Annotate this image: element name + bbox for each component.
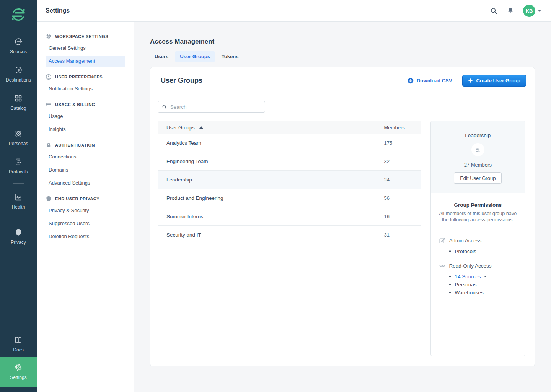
sidebar-item-docs[interactable]: Docs bbox=[0, 335, 37, 353]
section-header: USAGE & BILLING bbox=[46, 101, 134, 108]
create-user-group-button[interactable]: Create User Group bbox=[462, 75, 526, 87]
permission-label: Personas bbox=[455, 282, 477, 287]
sidebar-item-label: Health bbox=[12, 204, 25, 210]
primary-sidebar: Sources Destinations Catalog bbox=[0, 0, 37, 392]
sidebar-item-advanced-settings[interactable]: Advanced Settings bbox=[46, 177, 125, 189]
chevron-down-icon bbox=[538, 10, 541, 12]
sidebar-item-health[interactable]: Health bbox=[0, 193, 37, 210]
sidebar-item-privacy-security[interactable]: Privacy & Security bbox=[46, 205, 125, 216]
sidebar-divider bbox=[13, 183, 24, 184]
sidebar-item-suppressed-users[interactable]: Suppressed Users bbox=[46, 218, 125, 229]
group-members-count: 24 bbox=[384, 177, 421, 183]
sidebar-item-insights[interactable]: Insights bbox=[46, 124, 125, 135]
search-input[interactable] bbox=[170, 104, 261, 110]
table-header-row: User Groups Members bbox=[158, 121, 421, 134]
panel-summary: Leadership 27 Members bbox=[431, 121, 525, 193]
sidebar-divider bbox=[13, 120, 24, 120]
sidebar-item-label: Docs bbox=[13, 347, 23, 353]
nav-section-usage-billing: USAGE & BILLING Usage Insights bbox=[46, 101, 134, 135]
section-title: AUTHENTICATION bbox=[55, 143, 95, 147]
card-body: User Groups Members Analytics Team 175 bbox=[150, 94, 535, 366]
header-title: Settings bbox=[46, 7, 70, 14]
sidebar-item-notification-settings[interactable]: Notification Settings bbox=[46, 83, 125, 95]
group-name: Leadership bbox=[166, 177, 384, 183]
nav-section-authentication: AUTHENTICATION Connections Domains Advan… bbox=[46, 142, 134, 189]
create-user-group-label: Create User Group bbox=[476, 78, 520, 83]
app-root: Sources Destinations Catalog bbox=[0, 0, 551, 392]
tab-users[interactable]: Users bbox=[150, 51, 173, 62]
sidebar-item-connections[interactable]: Connections bbox=[46, 151, 125, 163]
table-row[interactable]: Engineering Team 32 bbox=[158, 152, 421, 171]
table-row[interactable]: Product and Engineering 56 bbox=[158, 189, 421, 207]
table-row[interactable]: Analytics Team 175 bbox=[158, 134, 421, 152]
sidebar-item-catalog[interactable]: Catalog bbox=[0, 94, 37, 111]
sidebar-item-label: Settings bbox=[10, 375, 26, 380]
tab-tokens[interactable]: Tokens bbox=[217, 51, 243, 62]
section-header: USER PREFERENCES bbox=[46, 74, 134, 80]
panel-permissions: Group Permissions All members of this us… bbox=[431, 193, 525, 307]
table-column: User Groups Members Analytics Team 175 bbox=[158, 101, 421, 356]
permission-item: 14 Sources bbox=[449, 273, 517, 281]
column-header-user-groups[interactable]: User Groups bbox=[166, 125, 384, 131]
column-header-label: User Groups bbox=[166, 125, 195, 131]
account-menu[interactable]: KB bbox=[523, 5, 541, 17]
group-name: Analytics Team bbox=[166, 140, 384, 146]
section-header: WORKSPACE SETTINGS bbox=[46, 33, 134, 39]
sidebar-item-deletion-requests[interactable]: Deletion Requests bbox=[46, 231, 125, 242]
sidebar-item-general-settings[interactable]: General Settings bbox=[46, 42, 125, 54]
sidebar-item-usage[interactable]: Usage bbox=[46, 111, 125, 122]
protocols-icon bbox=[14, 157, 23, 167]
card-title: User Groups bbox=[161, 77, 202, 85]
bullet-icon bbox=[449, 250, 451, 252]
segment-logo[interactable] bbox=[10, 6, 27, 24]
admin-access-section: Admin Access Protocols bbox=[439, 237, 517, 255]
group-members-count: 56 bbox=[384, 195, 421, 201]
sidebar-item-settings[interactable]: Settings bbox=[0, 357, 37, 387]
sidebar-item-sources[interactable]: Sources bbox=[0, 37, 37, 54]
admin-access-header: Admin Access bbox=[439, 237, 517, 244]
group-people-icon bbox=[474, 146, 481, 154]
section-title: WORKSPACE SETTINGS bbox=[55, 34, 108, 39]
sidebar-item-protocols[interactable]: Protocols bbox=[0, 157, 37, 175]
permission-label: Protocols bbox=[455, 248, 476, 254]
page-title: Access Management bbox=[150, 38, 551, 46]
sidebar-item-personas[interactable]: Personas bbox=[0, 129, 37, 146]
sidebar-item-access-management[interactable]: Access Management bbox=[46, 56, 125, 67]
table-row[interactable]: Security and IT 31 bbox=[158, 226, 421, 244]
table-row[interactable]: Summer Interns 16 bbox=[158, 207, 421, 226]
group-members-count: 175 bbox=[384, 140, 421, 146]
settings-sidebar: WORKSPACE SETTINGS General Settings Acce… bbox=[37, 22, 134, 392]
plus-icon bbox=[468, 78, 473, 83]
sidebar-item-destinations[interactable]: Destinations bbox=[0, 65, 37, 83]
eye-icon bbox=[439, 263, 445, 269]
group-detail-panel: Leadership 27 Members bbox=[430, 121, 525, 356]
sidebar-item-label: Destinations bbox=[6, 77, 31, 83]
group-name: Security and IT bbox=[166, 232, 384, 238]
docs-book-icon bbox=[14, 335, 23, 345]
group-name: Summer Interns bbox=[166, 214, 384, 219]
notifications-bell-icon[interactable] bbox=[507, 7, 514, 15]
top-header: Settings KB bbox=[37, 0, 551, 22]
personas-icon bbox=[14, 129, 23, 138]
edit-user-group-button[interactable]: Edit User Group bbox=[454, 172, 502, 184]
permission-item: Personas bbox=[449, 281, 517, 289]
group-name: Product and Engineering bbox=[166, 195, 384, 201]
shield-icon bbox=[46, 196, 52, 202]
avatar: KB bbox=[523, 5, 535, 17]
readonly-access-items: 14 Sources Personas bbox=[449, 273, 517, 297]
edit-icon bbox=[439, 237, 445, 244]
sidebar-item-privacy[interactable]: Privacy bbox=[0, 228, 37, 245]
table-row-selected[interactable]: Leadership 24 bbox=[158, 171, 421, 189]
card-header: User Groups Download CSV bbox=[150, 67, 535, 94]
tab-user-groups[interactable]: User Groups bbox=[175, 51, 215, 62]
search-icon[interactable] bbox=[490, 7, 498, 15]
sidebar-item-domains[interactable]: Domains bbox=[46, 164, 125, 176]
group-members-count: 31 bbox=[384, 232, 421, 238]
permission-label: 14 Sources bbox=[455, 274, 481, 279]
permission-label: Warehouses bbox=[455, 290, 484, 296]
group-members-count: 16 bbox=[384, 214, 421, 219]
download-csv-button[interactable]: Download CSV bbox=[408, 78, 452, 84]
user-groups-table: User Groups Members Analytics Team 175 bbox=[158, 121, 421, 356]
sources-expand-link[interactable]: 14 Sources bbox=[455, 274, 487, 279]
group-name: Engineering Team bbox=[166, 158, 384, 164]
